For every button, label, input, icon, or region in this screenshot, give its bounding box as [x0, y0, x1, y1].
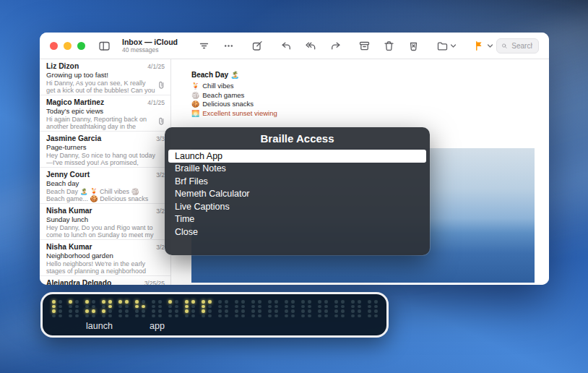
content-item-emoji: 🌅 [191, 109, 199, 119]
forward-icon [329, 40, 342, 52]
braille-menu-item-label: Braille Notes [175, 163, 226, 173]
braille-menu-item[interactable]: Live Captions [168, 200, 426, 213]
braille-word: launch [86, 321, 113, 331]
reply-all-button[interactable] [302, 38, 320, 53]
window-title: Inbox — iCloud [122, 38, 184, 46]
archive-button[interactable] [355, 38, 373, 53]
flag-button[interactable] [470, 38, 496, 53]
message-subject: Page-turners [46, 143, 165, 151]
compose-button[interactable] [248, 38, 267, 53]
content-list-item: 🍪 Delicious snacks [191, 100, 535, 109]
search-input[interactable] [510, 41, 534, 51]
braille-menu-item-label: Close [175, 227, 198, 237]
content-list-item: 🏐 Beach games [191, 91, 535, 100]
braille-menu-item-label: Time [175, 214, 194, 224]
braille-cells [52, 300, 378, 318]
message-preview: Beach Day 🏝️ 🍹 Chill vibes 🏐 Beach game.… [46, 188, 155, 202]
message-sender: Jenny Court [46, 171, 90, 179]
braille-access-menu: Launch App Braille Notes Brf Files Nemet… [165, 150, 430, 239]
message-list: Liz Dizon 4/1/25 Growing up too fast! Hi… [40, 59, 171, 285]
message-sender: Magico Martinez [46, 98, 104, 107]
sidebar-icon [98, 40, 111, 52]
message-subject: Growing up too fast! [46, 71, 165, 79]
message-sender: Nisha Kumar [46, 243, 92, 252]
message-date: 3/25/25 [144, 280, 165, 285]
braille-cell [318, 300, 328, 318]
braille-cell [102, 300, 112, 318]
message-preview: Hi again Danny, Reporting back on anothe… [46, 116, 155, 130]
message-list-item[interactable]: Jasmine Garcia 3/3 Page-turners Hey Dann… [40, 132, 170, 168]
mail-toolbar: Inbox — iCloud 40 messages [40, 33, 549, 59]
message-date: 4/1/25 [147, 99, 165, 106]
message-list-item[interactable]: Nisha Kumar 3/2 Neighborhood garden Hell… [40, 240, 170, 276]
braille-cell [52, 300, 62, 318]
braille-cell [235, 300, 245, 318]
window-title-block: Inbox — iCloud 40 messages [122, 38, 184, 53]
braille-word: app [150, 321, 165, 331]
braille-cell [334, 300, 345, 318]
braille-display: launchapp [40, 292, 389, 338]
message-list-item[interactable]: Nisha Kumar 3/2 Sunday lunch Hey Danny, … [40, 204, 170, 240]
braille-menu-item[interactable]: Brf Files [168, 175, 426, 188]
message-list-item[interactable]: Magico Martinez 4/1/25 Today's epic view… [40, 95, 170, 132]
message-date: 4/1/25 [147, 63, 165, 70]
braille-cell [135, 300, 145, 318]
braille-menu-item[interactable]: Close [168, 226, 426, 239]
braille-menu-item-label: Brf Files [175, 176, 208, 186]
more-options-button[interactable] [220, 38, 238, 53]
message-list-item[interactable]: Liz Dizon 4/1/25 Growing up too fast! Hi… [40, 59, 170, 95]
move-to-folder-button[interactable] [433, 38, 459, 53]
trash-icon [383, 40, 395, 52]
braille-menu-item-label: Launch App [175, 151, 222, 161]
message-preview: Hi Danny, As you can see, K really get a… [46, 80, 155, 94]
braille-menu-item[interactable]: Launch App [168, 150, 426, 163]
message-subject: Today's epic views [46, 107, 165, 115]
braille-cell [251, 300, 261, 318]
braille-menu-item[interactable]: Nemeth Calculator [168, 188, 426, 201]
message-date: 3/2 [156, 244, 165, 251]
window-controls [50, 42, 85, 50]
junk-icon [407, 40, 420, 52]
message-subject: Neighborhood garden [46, 252, 165, 260]
braille-menu-item-label: Live Captions [175, 202, 230, 212]
braille-cell [301, 300, 311, 318]
braille-cell [185, 300, 195, 318]
content-items: 🍹 Chill vibes 🏐 Beach games 🍪 Delicious … [191, 82, 535, 118]
reply-all-icon [305, 40, 317, 52]
content-item-emoji: 🍹 [191, 82, 199, 91]
message-subject: Beach day [46, 179, 165, 187]
chevron-down-icon [450, 43, 457, 48]
window-subtitle: 40 messages [122, 47, 184, 53]
message-sender: Jasmine Garcia [46, 134, 101, 143]
braille-cell [168, 300, 178, 318]
zoom-window-button[interactable] [77, 42, 85, 50]
filter-icon [198, 40, 210, 52]
braille-cell [351, 300, 361, 318]
folder-icon [436, 40, 449, 52]
close-window-button[interactable] [50, 42, 58, 50]
braille-access-panel: Braille Access Launch App Braille Notes … [165, 127, 430, 255]
attachment-icon [157, 116, 165, 130]
chevron-down-icon [487, 43, 493, 48]
message-subject: Sunday lunch [46, 215, 165, 223]
message-list-item[interactable]: Jenny Court 3/2 Beach day Beach Day 🏝️ 🍹… [40, 168, 170, 204]
message-preview: Hey Danny, So nice to hang out today—I'v… [46, 152, 155, 166]
message-list-item[interactable]: Alejandra Delgado 3/25/25 [40, 276, 170, 285]
braille-menu-item[interactable]: Braille Notes [168, 163, 426, 176]
content-item-text: Delicious snacks [202, 100, 254, 109]
delete-button[interactable] [380, 38, 398, 53]
sidebar-toggle-button[interactable] [95, 38, 113, 53]
braille-cell [85, 300, 95, 318]
content-item-emoji: 🍪 [191, 100, 199, 109]
minimize-window-button[interactable] [64, 42, 72, 50]
search-field[interactable] [496, 38, 539, 53]
filter-button[interactable] [195, 38, 213, 53]
braille-cell [368, 300, 378, 318]
junk-button[interactable] [405, 38, 423, 53]
reply-button[interactable] [277, 38, 295, 53]
message-sender: Alejandra Delgado [46, 279, 111, 285]
ellipsis-icon [222, 40, 235, 52]
forward-button[interactable] [327, 38, 345, 53]
braille-cell [285, 300, 295, 318]
braille-menu-item[interactable]: Time [168, 213, 426, 226]
